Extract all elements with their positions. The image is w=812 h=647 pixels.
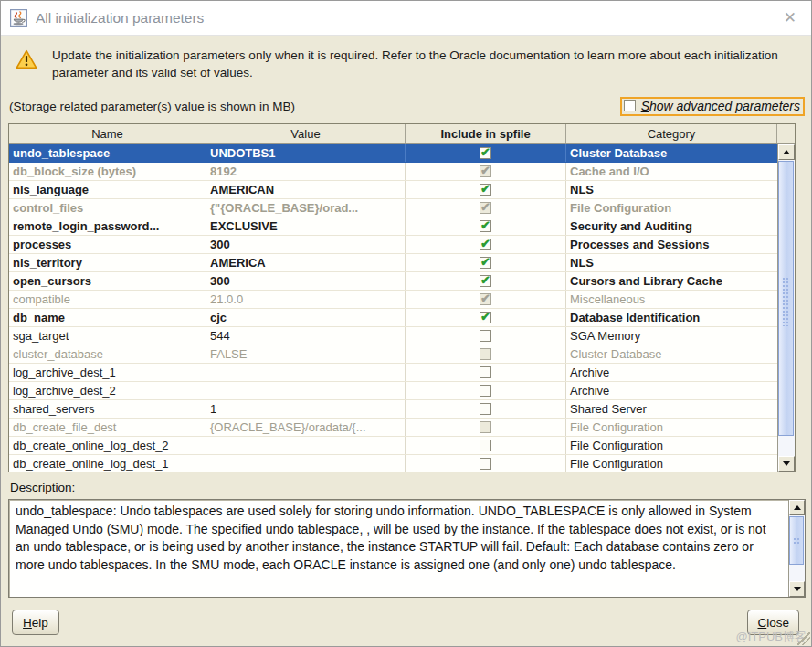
resize-grip-icon[interactable] bbox=[797, 632, 810, 645]
category-cell: Cluster Database bbox=[566, 345, 777, 363]
scroll-up-button[interactable] bbox=[778, 144, 795, 160]
param-name-cell: processes bbox=[9, 236, 206, 253]
watermark: @ITPUB博客 bbox=[736, 629, 807, 645]
scrollbar-track[interactable] bbox=[778, 160, 795, 456]
table-row[interactable]: compatible21.0.0Miscellaneous bbox=[9, 291, 777, 309]
category-cell: Cache and I/O bbox=[566, 163, 777, 180]
spfile-checkbox bbox=[480, 348, 491, 360]
spfile-cell bbox=[406, 272, 566, 290]
spfile-checkbox[interactable] bbox=[480, 184, 491, 196]
scrollbar-thumb[interactable] bbox=[778, 161, 794, 436]
spfile-cell bbox=[406, 382, 566, 399]
scroll-up-button[interactable] bbox=[789, 500, 805, 515]
java-icon bbox=[10, 9, 27, 27]
spfile-checkbox bbox=[480, 202, 491, 214]
table-row[interactable]: db_create_file_dest{ORACLE_BASE}/oradata… bbox=[9, 419, 777, 437]
spfile-checkbox[interactable] bbox=[480, 330, 491, 342]
table-row[interactable]: log_archive_dest_2Archive bbox=[9, 382, 777, 400]
table-row[interactable]: undo_tablespaceUNDOTBS1Cluster Database bbox=[9, 144, 777, 163]
param-value-cell: {ORACLE_BASE}/oradata/{... bbox=[206, 419, 406, 436]
table-row[interactable]: db_create_online_log_dest_1File Configur… bbox=[9, 455, 777, 472]
spfile-checkbox[interactable] bbox=[480, 366, 491, 378]
spfile-cell bbox=[406, 181, 566, 198]
param-name-cell: db_name bbox=[9, 309, 206, 326]
spfile-checkbox[interactable] bbox=[480, 147, 491, 159]
scroll-down-button[interactable] bbox=[778, 456, 795, 472]
param-name-cell: control_files bbox=[9, 199, 206, 217]
param-name-cell: db_create_file_dest bbox=[9, 419, 206, 436]
table-row[interactable]: control_files{"{ORACLE_BASE}/orad...File… bbox=[9, 199, 777, 217]
category-cell: Cluster Database bbox=[566, 144, 777, 162]
table-row[interactable]: processes300Processes and Sessions bbox=[9, 236, 777, 254]
table-row[interactable]: nls_languageAMERICANNLS bbox=[9, 181, 777, 199]
spfile-cell bbox=[406, 364, 566, 381]
param-value-cell: 1 bbox=[206, 400, 406, 418]
param-value-cell: AMERICAN bbox=[206, 181, 406, 198]
window-title: All initialization parameters bbox=[36, 10, 204, 27]
column-header-spfile[interactable]: Include in spfile bbox=[406, 124, 566, 143]
param-value-cell: {"{ORACLE_BASE}/orad... bbox=[206, 199, 406, 217]
category-cell: NLS bbox=[566, 181, 777, 198]
scroll-down-button[interactable] bbox=[789, 581, 805, 597]
down-arrow-icon bbox=[783, 461, 790, 466]
param-value-cell: 300 bbox=[206, 236, 406, 253]
spfile-checkbox[interactable] bbox=[480, 220, 491, 232]
spfile-checkbox bbox=[480, 165, 491, 177]
param-name-cell: db_create_online_log_dest_2 bbox=[9, 437, 206, 454]
table-row[interactable]: nls_territoryAMERICANLS bbox=[9, 254, 777, 272]
parameters-table: Name Value Include in spfile Category un… bbox=[8, 123, 796, 472]
spfile-cell bbox=[406, 419, 566, 436]
warning-banner: Update the initialization parameters onl… bbox=[1, 41, 811, 81]
spfile-checkbox[interactable] bbox=[480, 458, 491, 470]
spfile-cell bbox=[406, 309, 566, 326]
close-window-icon[interactable]: ✕ bbox=[778, 8, 802, 27]
up-arrow-icon bbox=[794, 505, 801, 510]
description-scrollbar[interactable] bbox=[788, 500, 805, 597]
spfile-cell bbox=[406, 400, 566, 418]
spfile-cell bbox=[406, 217, 566, 235]
column-header-name[interactable]: Name bbox=[9, 124, 206, 143]
table-row[interactable]: log_archive_dest_1Archive bbox=[9, 364, 777, 382]
spfile-checkbox[interactable] bbox=[480, 440, 491, 451]
table-row[interactable]: shared_servers1Shared Server bbox=[9, 400, 777, 419]
table-row[interactable]: db_namecjcDatabase Identification bbox=[9, 309, 777, 327]
table-row[interactable]: open_cursors300Cursors and Library Cache bbox=[9, 272, 777, 291]
description-label: Description: bbox=[10, 481, 75, 494]
param-value-cell: FALSE bbox=[206, 345, 406, 363]
scrollbar-track[interactable] bbox=[789, 515, 805, 581]
down-arrow-icon bbox=[794, 587, 801, 591]
spfile-checkbox[interactable] bbox=[480, 257, 491, 269]
spfile-checkbox[interactable] bbox=[480, 275, 491, 287]
table-row[interactable]: db_block_size (bytes)8192Cache and I/O bbox=[9, 163, 777, 181]
spfile-checkbox[interactable] bbox=[480, 239, 491, 250]
spfile-checkbox[interactable] bbox=[480, 385, 491, 397]
column-header-value[interactable]: Value bbox=[206, 124, 406, 143]
table-row[interactable]: db_create_online_log_dest_2File Configur… bbox=[9, 437, 777, 455]
show-advanced-label[interactable]: Show advanced parameters bbox=[641, 99, 800, 113]
spfile-checkbox[interactable] bbox=[480, 312, 491, 324]
help-button-label: Help bbox=[23, 616, 48, 630]
category-cell: Database Identification bbox=[566, 309, 777, 326]
param-name-cell: log_archive_dest_2 bbox=[9, 382, 206, 399]
spfile-cell bbox=[406, 199, 566, 217]
spfile-checkbox[interactable] bbox=[480, 403, 491, 415]
column-header-category[interactable]: Category bbox=[566, 124, 777, 143]
show-advanced-checkbox[interactable] bbox=[624, 100, 636, 111]
param-name-cell: remote_login_password... bbox=[9, 217, 206, 235]
param-value-cell: UNDOTBS1 bbox=[206, 144, 406, 162]
category-cell: Archive bbox=[566, 364, 777, 381]
param-name-cell: nls_language bbox=[9, 181, 206, 198]
param-name-cell: undo_tablespace bbox=[9, 144, 206, 162]
param-value-cell: 21.0.0 bbox=[206, 291, 406, 308]
param-name-cell: shared_servers bbox=[9, 400, 206, 418]
category-cell: Shared Server bbox=[566, 400, 777, 418]
table-row[interactable]: sga_target544SGA Memory bbox=[9, 327, 777, 345]
scrollbar-thumb[interactable] bbox=[789, 516, 804, 565]
param-name-cell: sga_target bbox=[9, 327, 206, 345]
description-text: undo_tablespace: Undo tablespaces are us… bbox=[9, 500, 788, 597]
table-row[interactable]: remote_login_password...EXCLUSIVESecurit… bbox=[9, 217, 777, 236]
table-row[interactable]: cluster_databaseFALSECluster Database bbox=[9, 345, 777, 364]
spfile-cell bbox=[406, 327, 566, 345]
help-button[interactable]: Help bbox=[12, 610, 59, 635]
table-scrollbar[interactable] bbox=[777, 144, 795, 472]
